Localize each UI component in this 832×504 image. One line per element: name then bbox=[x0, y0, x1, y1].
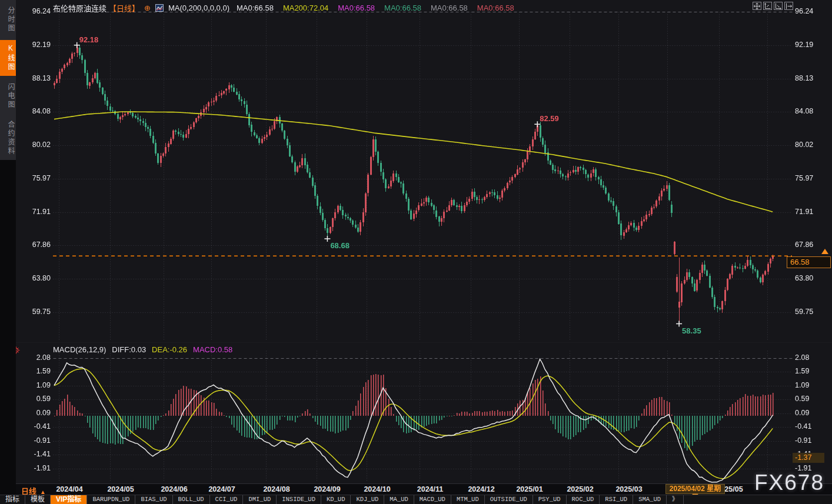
month-label-2025-03: 2025/03 bbox=[615, 485, 642, 493]
ma-readout: MA0:66.58 bbox=[384, 4, 421, 12]
price-axis-label-right: 2.08 bbox=[795, 353, 809, 362]
tab-sma_ud[interactable]: SMA_UD bbox=[633, 495, 667, 504]
price-axis-label-left: 2.08 bbox=[16, 353, 51, 362]
tab-cci_ud[interactable]: CCI_UD bbox=[210, 495, 244, 504]
price-axis-label-left: -0.41 bbox=[16, 422, 51, 430]
tab-rsi_ud[interactable]: RSI_UD bbox=[600, 495, 633, 504]
price-axis-label-right: 0.09 bbox=[795, 409, 809, 417]
price-axis-label-right: -0.91 bbox=[795, 436, 812, 445]
price-axis-label-right: 63.80 bbox=[795, 274, 813, 282]
move-icon[interactable] bbox=[753, 2, 761, 10]
price-axis-label-left: 0.09 bbox=[16, 409, 51, 417]
sidebar-tab-分时图[interactable]: 分时图 bbox=[0, 2, 16, 37]
tab-ma_ud[interactable]: MA_UD bbox=[384, 495, 414, 504]
price-axis-label-right: 1.59 bbox=[795, 367, 809, 375]
circle-plus-icon[interactable]: ⊕ bbox=[144, 4, 151, 12]
mini-chart-icon[interactable] bbox=[155, 4, 164, 12]
macd-diff-value: DIFF:0.03 bbox=[112, 345, 146, 354]
annotation-high-82-59: 82.59 bbox=[540, 114, 559, 123]
tabs-more-button[interactable]: 》 bbox=[667, 495, 684, 504]
month-label-2024-11: 2024/11 bbox=[417, 485, 444, 493]
tab-bias_ud[interactable]: BIAS_UD bbox=[135, 495, 172, 504]
sidebar-tab-strip: 分时图K线图闪电图合约资料 bbox=[0, 0, 16, 160]
price-axis-label-left: 84.08 bbox=[16, 107, 51, 115]
price-axis-label-left: 59.75 bbox=[16, 308, 51, 316]
annotation-high-92-18: 92.18 bbox=[79, 35, 99, 44]
tab-VIP指标[interactable]: VIP指标 bbox=[51, 495, 87, 504]
period-tag: 【日线】 bbox=[109, 2, 139, 14]
price-axis-label-right: 88.13 bbox=[795, 74, 813, 82]
price-axis-label-left: 67.86 bbox=[16, 241, 51, 249]
annotation-low-68-68: 68.68 bbox=[330, 241, 350, 250]
chart-topbar: 布伦特原油连续 【日线】 ⊕ MA(0,200,0,0,0,0) MA0:66.… bbox=[53, 3, 514, 12]
tab-mtm_ud[interactable]: MTM_UD bbox=[451, 495, 485, 504]
ma-readout: MA0:66.58 bbox=[338, 4, 375, 12]
window-buttons bbox=[753, 2, 793, 10]
annotation-low-58-35: 58.35 bbox=[682, 326, 701, 335]
latest-price-tag: 66.58 bbox=[787, 256, 831, 268]
tab-inside_ud[interactable]: INSIDE_UD bbox=[277, 495, 321, 504]
price-axis-label-left: 92.19 bbox=[16, 41, 51, 49]
tab-boll_ud[interactable]: BOLL_UD bbox=[173, 495, 210, 504]
macd-name: MACD(26,12,9) bbox=[53, 345, 106, 354]
price-axis-label-right: 84.08 bbox=[795, 107, 813, 115]
price-axis-label-left: 96.24 bbox=[16, 7, 51, 15]
tab-模板[interactable]: 模板 bbox=[25, 495, 51, 504]
indicator-tab-bar: 指标模板VIP指标BARUPDN_UDBIAS_UDBOLL_UDCCI_UDD… bbox=[0, 495, 832, 504]
tab-macd_ud[interactable]: MACD_UD bbox=[414, 495, 451, 504]
tab-outside_ud[interactable]: OUTSIDE_UD bbox=[485, 495, 533, 504]
month-label-2024-08: 2024/08 bbox=[263, 485, 289, 493]
price-axis-label-left: 0.59 bbox=[16, 395, 51, 403]
ma-settings-label: MA(0,200,0,0,0,0) bbox=[168, 4, 229, 12]
month-label-2024-10: 2024/10 bbox=[364, 485, 390, 493]
fx678-watermark: FX678 bbox=[754, 470, 824, 495]
price-axis-label-left: 75.97 bbox=[16, 174, 51, 182]
price-axis-label-right: 80.02 bbox=[795, 141, 813, 149]
price-axis-label-left: 1.09 bbox=[16, 381, 51, 389]
crosshair-date-box: 2025/04/02 星期三 bbox=[665, 484, 725, 494]
axis-right-icon[interactable] bbox=[774, 2, 783, 10]
price-axis-label-left: -1.41 bbox=[16, 450, 51, 458]
month-label-2024-07: 2024/07 bbox=[208, 485, 235, 493]
tab-roc_ud[interactable]: ROC_UD bbox=[567, 495, 600, 504]
price-axis-label-left: 63.80 bbox=[16, 274, 51, 282]
price-axis-label-right: 67.86 bbox=[795, 241, 813, 249]
sidebar-tab-闪电图[interactable]: 闪电图 bbox=[0, 79, 16, 114]
tab-kdj_ud[interactable]: KDJ_UD bbox=[351, 495, 384, 504]
macd-dea-value: DEA:-0.26 bbox=[152, 345, 187, 354]
axis-shift-icon[interactable] bbox=[784, 2, 793, 10]
month-label-2024-09: 2024/09 bbox=[314, 485, 340, 493]
tab-kd_ud[interactable]: KD_UD bbox=[321, 495, 351, 504]
month-label-2024-06: 2024/06 bbox=[161, 485, 187, 493]
price-axis-label-right: -0.41 bbox=[795, 422, 812, 430]
macd-crosshair-tag: -1.37 bbox=[793, 453, 824, 463]
ma-readout: MA0:66.58 bbox=[477, 4, 514, 12]
macd-macd-value: MACD:0.58 bbox=[193, 345, 232, 354]
price-axis-label-right: 59.75 bbox=[795, 308, 813, 316]
instrument-title: 布伦特原油连续 bbox=[53, 2, 107, 14]
price-axis-label-left: -1.91 bbox=[16, 464, 51, 472]
left-sidebar: 分时图K线图闪电图合约资料 bbox=[0, 0, 16, 504]
price-marker-arrow-icon bbox=[821, 249, 828, 254]
price-axis-label-right: 0.59 bbox=[795, 395, 809, 403]
axis-up-icon[interactable] bbox=[763, 2, 772, 10]
sidebar-tab-合约资料[interactable]: 合约资料 bbox=[0, 116, 16, 160]
ma-readout: MA200:72.04 bbox=[283, 4, 328, 12]
price-axis-label-left: -0.91 bbox=[16, 436, 51, 445]
ma-readout: MA0:66.58 bbox=[237, 4, 274, 12]
ma-values: MA0:66.58MA200:72.04MA0:66.58MA0:66.58MA… bbox=[234, 4, 514, 12]
price-axis-label-right: 92.19 bbox=[795, 41, 813, 49]
price-axis-label-right: 1.09 bbox=[795, 381, 809, 389]
tab-指标[interactable]: 指标 bbox=[0, 495, 25, 504]
price-axis-label-left: 1.59 bbox=[16, 367, 51, 375]
price-chart-canvas[interactable] bbox=[0, 0, 832, 504]
tab-dmi_ud[interactable]: DMI_UD bbox=[243, 495, 277, 504]
price-axis-label-right: 71.91 bbox=[795, 208, 813, 216]
price-axis-label-right: 96.24 bbox=[795, 7, 813, 15]
month-label-2025-02: 2025/02 bbox=[567, 485, 593, 493]
sidebar-tab-K线图[interactable]: K线图 bbox=[0, 40, 16, 76]
tab-psy_ud[interactable]: PSY_UD bbox=[533, 495, 567, 504]
month-label-2024-12: 2024/12 bbox=[468, 485, 494, 493]
price-axis-label-left: 80.02 bbox=[16, 141, 51, 149]
tab-barupdn_ud[interactable]: BARUPDN_UD bbox=[87, 495, 135, 504]
